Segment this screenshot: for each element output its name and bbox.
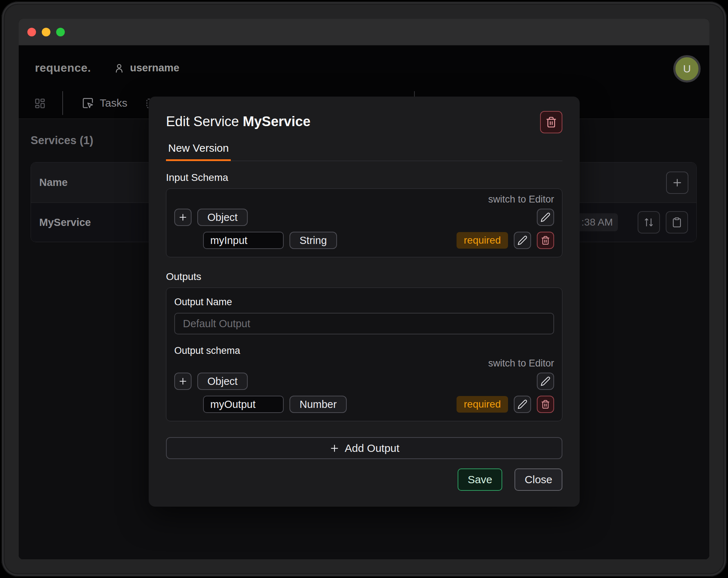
edit-input-root-button[interactable] bbox=[537, 209, 554, 226]
input-schema-switch-row: switch to Editor bbox=[174, 194, 554, 205]
output-field-name-input[interactable] bbox=[203, 396, 284, 413]
output-field-required-badge[interactable]: required bbox=[457, 396, 508, 413]
input-schema-root-row: Object bbox=[174, 209, 554, 226]
trash-icon bbox=[541, 400, 550, 409]
add-output-label: Add Output bbox=[345, 442, 400, 454]
delete-output-field-button[interactable] bbox=[537, 396, 554, 413]
avatar-initial: U bbox=[683, 63, 691, 75]
add-output-field-button[interactable] bbox=[174, 373, 192, 390]
plus-icon bbox=[329, 443, 340, 454]
input-field-name-input[interactable] bbox=[203, 232, 284, 249]
modal-footer: Save Close bbox=[166, 468, 562, 491]
plus-icon bbox=[178, 212, 188, 222]
modal-header: Edit Service MyService bbox=[166, 111, 562, 133]
edit-output-field-button[interactable] bbox=[514, 396, 531, 413]
output-name-input[interactable] bbox=[174, 313, 554, 334]
output-schema-root-row: Object bbox=[174, 373, 554, 390]
output-field-type-button[interactable]: Number bbox=[289, 396, 347, 413]
tasks-label: Tasks bbox=[100, 97, 127, 109]
traffic-minimize-button[interactable] bbox=[42, 28, 50, 36]
app-logo: requence. bbox=[35, 61, 91, 75]
plus-icon bbox=[671, 177, 683, 188]
avatar[interactable]: U bbox=[673, 55, 701, 83]
column-header-name: Name bbox=[39, 163, 68, 203]
output-schema-switch-row: switch to Editor bbox=[174, 358, 554, 369]
add-service-button[interactable] bbox=[666, 172, 688, 194]
switch-to-editor-link[interactable]: switch to Editor bbox=[488, 194, 554, 205]
pencil-icon bbox=[540, 212, 551, 222]
modal-title-prefix: Edit Service bbox=[166, 114, 239, 129]
output-schema-label: Output schema bbox=[174, 345, 554, 356]
user-icon bbox=[113, 62, 125, 74]
delete-input-field-button[interactable] bbox=[537, 232, 554, 249]
edit-output-root-button[interactable] bbox=[537, 373, 554, 390]
services-heading: Services (1) bbox=[31, 134, 93, 147]
modal-title-service-name: MyService bbox=[243, 114, 310, 129]
plus-icon bbox=[178, 376, 188, 386]
output-name-label: Output Name bbox=[174, 297, 554, 308]
output-root-type-button[interactable]: Object bbox=[197, 373, 248, 390]
input-schema-panel: switch to Editor Object bbox=[166, 188, 562, 257]
tab-tasks[interactable]: Tasks bbox=[82, 97, 127, 109]
input-root-type-button[interactable]: Object bbox=[197, 209, 248, 226]
outputs-label: Outputs bbox=[166, 271, 562, 283]
edit-input-field-button[interactable] bbox=[514, 232, 531, 249]
input-field-type-button[interactable]: String bbox=[289, 232, 337, 249]
arrow-up-down-icon bbox=[643, 217, 654, 228]
pencil-icon bbox=[540, 376, 551, 386]
modal-tabs: New Version bbox=[166, 142, 562, 161]
app-body: requence. username U bbox=[19, 45, 709, 559]
username-label: username bbox=[130, 62, 179, 74]
input-schema-label: Input Schema bbox=[166, 172, 562, 183]
app-window: requence. username U bbox=[19, 19, 709, 559]
output-field-row: Number required bbox=[203, 396, 554, 413]
switch-to-editor-link[interactable]: switch to Editor bbox=[488, 358, 554, 369]
pencil-icon bbox=[517, 399, 527, 409]
edit-service-modal: Edit Service MyService New Version Input… bbox=[149, 97, 580, 507]
tasks-cursor-icon bbox=[82, 97, 94, 109]
trash-icon bbox=[545, 116, 557, 128]
trash-icon bbox=[541, 236, 550, 245]
delete-service-button[interactable] bbox=[540, 111, 562, 133]
save-button[interactable]: Save bbox=[458, 468, 502, 491]
user-menu[interactable]: username bbox=[113, 62, 179, 74]
nav-dashboard-button[interactable] bbox=[34, 98, 46, 109]
sort-versions-button[interactable] bbox=[638, 211, 660, 234]
copy-service-button[interactable] bbox=[666, 211, 688, 234]
add-input-field-button[interactable] bbox=[174, 209, 192, 226]
titlebar bbox=[19, 19, 709, 45]
outputs-panel: Output Name Output schema switch to Edit… bbox=[166, 288, 562, 421]
tab-new-version[interactable]: New Version bbox=[166, 142, 231, 161]
add-output-button[interactable]: Add Output bbox=[166, 437, 562, 459]
clipboard-icon bbox=[671, 217, 682, 228]
dashboard-grid-icon bbox=[34, 98, 46, 109]
close-button[interactable]: Close bbox=[514, 468, 562, 491]
traffic-close-button[interactable] bbox=[27, 28, 36, 36]
pencil-icon bbox=[517, 235, 527, 245]
input-field-required-badge[interactable]: required bbox=[457, 232, 508, 249]
nav-divider bbox=[62, 91, 63, 115]
input-field-row: String required bbox=[203, 232, 554, 249]
traffic-zoom-button[interactable] bbox=[56, 28, 65, 36]
service-name-cell: MyService bbox=[39, 203, 91, 242]
modal-title: Edit Service MyService bbox=[166, 111, 310, 129]
